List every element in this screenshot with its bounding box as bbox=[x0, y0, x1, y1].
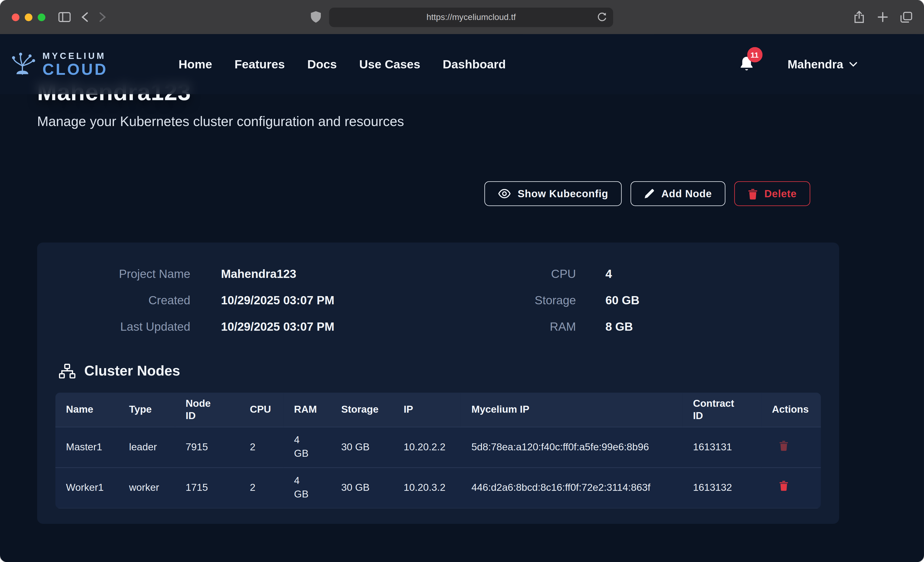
cell-storage: 30 GB bbox=[331, 427, 393, 468]
cell-ip: 10.20.3.2 bbox=[393, 468, 461, 508]
cell-actions bbox=[761, 427, 821, 468]
col-type: Type bbox=[118, 393, 175, 427]
nav-item-dashboard[interactable]: Dashboard bbox=[442, 57, 506, 71]
reload-icon bbox=[596, 11, 608, 23]
storage-value: 60 GB bbox=[606, 293, 640, 307]
sidebar-toggle-button[interactable] bbox=[58, 12, 70, 22]
last-updated-value: 10/29/2025 03:07 PM bbox=[221, 320, 334, 333]
new-tab-button[interactable] bbox=[878, 12, 888, 22]
col-mycelium-ip: Mycelium IP bbox=[461, 393, 682, 427]
storage-label: Storage bbox=[505, 293, 576, 307]
nav-item-use-cases[interactable]: Use Cases bbox=[359, 57, 420, 71]
cell-type: worker bbox=[118, 468, 175, 508]
plus-icon bbox=[878, 12, 888, 22]
mycelium-logo-icon bbox=[8, 52, 36, 76]
info-row-ram: RAM 8 GB bbox=[505, 318, 639, 336]
col-name: Name bbox=[56, 393, 118, 427]
cell-node-id: 1715 bbox=[175, 468, 239, 508]
add-node-button[interactable]: Add Node bbox=[631, 181, 726, 206]
cell-mycelium-ip: 5d8:78ea:a120:f40c:ff0f:a5fe:99e6:8b96 bbox=[461, 427, 682, 468]
logo-word-cloud: CLOUD bbox=[42, 61, 108, 77]
cell-storage: 30 GB bbox=[331, 468, 393, 508]
show-kubeconfig-button[interactable]: Show Kubeconfig bbox=[485, 181, 622, 206]
cpu-value: 4 bbox=[606, 267, 612, 281]
ram-value: 8 GB bbox=[606, 320, 633, 333]
delete-node-button[interactable] bbox=[779, 440, 789, 451]
col-actions: Actions bbox=[761, 393, 821, 427]
close-window-button[interactable] bbox=[12, 13, 20, 21]
chevron-right-icon bbox=[99, 12, 106, 22]
browser-window: https://myceliumcloud.tf bbox=[0, 0, 924, 562]
cpu-label: CPU bbox=[505, 267, 576, 281]
sidebar-icon bbox=[58, 12, 70, 22]
table-header-row: Name Type Node ID CPU RAM Storage IP Myc… bbox=[56, 393, 821, 427]
created-value: 10/29/2025 03:07 PM bbox=[221, 293, 334, 307]
add-node-label: Add Node bbox=[662, 187, 712, 200]
user-menu[interactable]: Mahendra bbox=[788, 57, 857, 71]
cell-actions bbox=[761, 468, 821, 508]
logo[interactable]: MYCELIUM CLOUD bbox=[8, 51, 108, 77]
url-text: https://myceliumcloud.tf bbox=[426, 12, 516, 22]
info-row-cpu: CPU 4 bbox=[505, 265, 639, 282]
nav-item-home[interactable]: Home bbox=[178, 57, 212, 71]
trash-icon bbox=[748, 188, 758, 199]
nav-item-features[interactable]: Features bbox=[234, 57, 285, 71]
last-updated-label: Last Updated bbox=[37, 320, 190, 333]
browser-chrome: https://myceliumcloud.tf bbox=[0, 0, 924, 34]
cell-cpu: 2 bbox=[239, 427, 284, 468]
url-bar[interactable]: https://myceliumcloud.tf bbox=[329, 7, 613, 27]
cell-ip: 10.20.2.2 bbox=[393, 427, 461, 468]
cell-type: leader bbox=[118, 427, 175, 468]
nav-item-docs[interactable]: Docs bbox=[307, 57, 337, 71]
cell-contract-id: 1613131 bbox=[682, 427, 761, 468]
zoom-window-button[interactable] bbox=[38, 13, 45, 21]
cell-ram: 4 GB bbox=[284, 468, 331, 508]
cluster-nodes-title: Cluster Nodes bbox=[84, 362, 180, 379]
chevron-left-icon bbox=[81, 12, 88, 22]
minimize-window-button[interactable] bbox=[25, 13, 33, 21]
info-row-storage: Storage 60 GB bbox=[505, 291, 639, 309]
cell-ram: 4 GB bbox=[284, 427, 331, 468]
created-label: Created bbox=[37, 293, 190, 307]
info-row-project-name: Project Name Mahendra123 bbox=[37, 265, 334, 282]
nav-links: Home Features Docs Use Cases Dashboard bbox=[178, 57, 506, 71]
traffic-lights bbox=[12, 13, 45, 21]
reload-button[interactable] bbox=[596, 11, 608, 25]
forward-button[interactable] bbox=[99, 12, 106, 22]
page-subtitle: Manage your Kubernetes cluster configura… bbox=[37, 114, 924, 129]
cluster-actions: Show Kubeconfig Add Node Delete bbox=[37, 181, 810, 206]
nav-right: 11 Mahendra bbox=[738, 55, 857, 73]
cluster-details-card: Project Name Mahendra123 Created 10/29/2… bbox=[37, 242, 839, 524]
col-ip: IP bbox=[393, 393, 461, 427]
tabs-icon bbox=[900, 12, 912, 23]
chevron-down-icon bbox=[849, 61, 857, 67]
eye-icon bbox=[498, 189, 512, 199]
project-name-label: Project Name bbox=[37, 267, 190, 281]
trash-icon bbox=[779, 440, 789, 451]
project-name-value: Mahendra123 bbox=[221, 267, 297, 281]
delete-label: Delete bbox=[764, 187, 796, 200]
col-contract-id: Contract ID bbox=[682, 393, 761, 427]
logo-word-mycelium: MYCELIUM bbox=[42, 51, 108, 60]
show-kubeconfig-label: Show Kubeconfig bbox=[518, 187, 608, 200]
table-row: Worker1 worker 1715 2 4 GB 30 GB 10.20.3… bbox=[56, 468, 821, 508]
delete-node-button[interactable] bbox=[779, 481, 789, 491]
share-button[interactable] bbox=[853, 10, 865, 24]
cluster-nodes-header: Cluster Nodes bbox=[59, 362, 839, 379]
cell-node-id: 7915 bbox=[175, 427, 239, 468]
tab-overview-button[interactable] bbox=[900, 12, 912, 23]
privacy-shield-icon bbox=[311, 11, 321, 23]
info-row-last-updated: Last Updated 10/29/2025 03:07 PM bbox=[37, 318, 334, 336]
cell-mycelium-ip: 446:d2a6:8bcd:8c16:ff0f:72e2:3114:863f bbox=[461, 468, 682, 508]
notifications-button[interactable]: 11 bbox=[738, 55, 754, 73]
ram-label: RAM bbox=[505, 320, 576, 333]
user-name: Mahendra bbox=[788, 57, 843, 71]
back-button[interactable] bbox=[81, 12, 88, 22]
chrome-right-buttons bbox=[853, 10, 912, 24]
col-cpu: CPU bbox=[239, 393, 284, 427]
share-icon bbox=[853, 10, 865, 24]
cluster-table-body: Master1 leader 7915 2 4 GB 30 GB 10.20.2… bbox=[56, 427, 821, 508]
col-node-id: Node ID bbox=[175, 393, 239, 427]
table-row: Master1 leader 7915 2 4 GB 30 GB 10.20.2… bbox=[56, 427, 821, 468]
delete-cluster-button[interactable]: Delete bbox=[734, 181, 810, 206]
